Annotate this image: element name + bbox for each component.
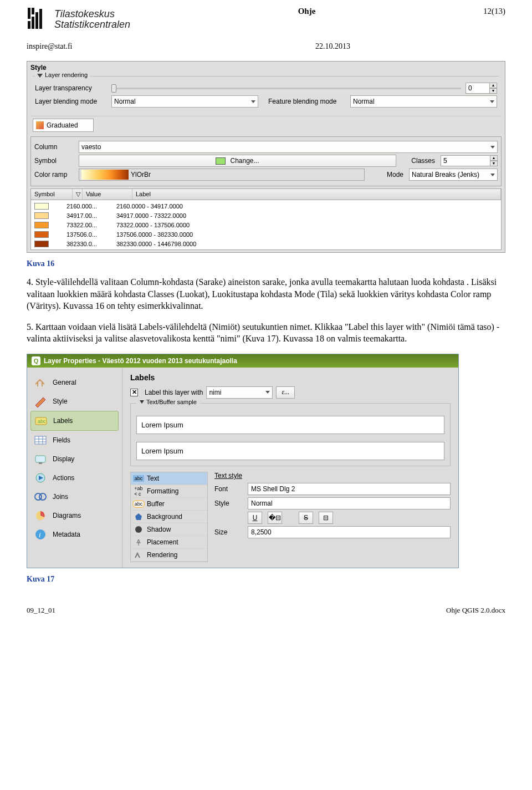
size-label: Size [214, 528, 242, 536]
feature-blend-combo[interactable]: Normal [350, 95, 497, 108]
general-icon [33, 376, 48, 389]
style-input[interactable]: Normal [248, 497, 451, 509]
ramp-label: Color ramp [34, 171, 73, 179]
classes-label: Classes [402, 157, 435, 165]
sidebar-item-diagrams[interactable]: Diagrams [30, 506, 119, 525]
table-row[interactable]: 34917.00...34917.0000 - 73322.0000 [31, 211, 501, 220]
table-row[interactable]: 73322.00...73322.0000 - 137506.0000 [31, 220, 501, 230]
svg-text:i: i [39, 531, 41, 539]
column-label: Column [34, 143, 73, 151]
svg-point-18 [39, 493, 46, 500]
symbol-label: Symbol [34, 157, 73, 165]
svg-rect-3 [39, 9, 42, 29]
transparency-label: Layer transparency [35, 84, 107, 92]
sample-preview-2: Lorem Ipsum [136, 442, 444, 460]
font-label: Font [214, 485, 242, 493]
class-table-header: Symbol ▽ Value Label [30, 188, 502, 200]
mode-label: Mode [370, 171, 403, 179]
mode-combo[interactable]: Natural Breaks (Jenks) [409, 169, 498, 181]
collapse-icon[interactable] [140, 400, 144, 404]
qgis-icon: Q [32, 356, 40, 365]
classes-input[interactable]: 5 [441, 155, 490, 166]
transparency-slider[interactable] [111, 88, 461, 89]
size-input[interactable]: 8,2500 [248, 526, 451, 538]
svg-rect-14 [39, 462, 42, 464]
layer-rendering-label: Layer rendering [45, 72, 88, 78]
style-heading: Style [27, 62, 505, 74]
class-swatch-icon [34, 241, 49, 247]
statistics-logo-icon [27, 7, 50, 32]
rendering-icon [134, 551, 144, 559]
column-combo[interactable]: vaesto [79, 141, 498, 153]
class-table[interactable]: 2160.000...2160.0000 - 34917.000034917.0… [30, 200, 502, 250]
actions-icon [33, 471, 48, 485]
svg-rect-5 [32, 8, 34, 14]
sidebar-item-actions[interactable]: Actions [30, 468, 119, 487]
doc-filename: Ohje QGIS 2.0.docx [446, 606, 505, 615]
subtab-shadow[interactable]: Shadow [131, 523, 207, 536]
sidebar-item-fields[interactable]: Fields [30, 431, 119, 450]
class-swatch-icon [34, 203, 49, 210]
renderer-combo[interactable]: Graduated [33, 119, 94, 132]
sidebar-item-general[interactable]: General [30, 373, 119, 392]
table-row[interactable]: 137506.0...137506.0000 - 382330.0000 [31, 230, 501, 239]
subtab-buffer[interactable]: abcBuffer [131, 498, 207, 511]
table-row[interactable]: 382330.0...382330.0000 - 1446798.0000 [31, 239, 501, 248]
svg-rect-8 [35, 436, 46, 444]
strikeout-button[interactable]: S [299, 512, 313, 524]
subtab-formatting[interactable]: +ab< cFormatting [131, 485, 207, 498]
strikeout-override-button[interactable]: ⊟ [319, 512, 333, 524]
sidebar-item-display[interactable]: Display [30, 450, 119, 468]
subtab-rendering[interactable]: Rendering [131, 549, 207, 562]
label-subtabs: abcText+ab< cFormattingabcBufferBackgrou… [130, 472, 208, 562]
logo-line2: Statistikcentralen [54, 19, 130, 30]
label-field-combo[interactable]: nimi [206, 386, 273, 399]
collapse-icon[interactable] [37, 74, 43, 78]
font-input[interactable]: MS Shell Dlg 2 [248, 483, 451, 495]
table-row[interactable]: 2160.000...2160.0000 - 34917.0000 [31, 201, 501, 211]
transparency-spinner[interactable]: ▲▼ [489, 83, 497, 94]
sidebar-item-metadata[interactable]: iMetadata [30, 525, 119, 544]
paragraph-5: 5. Karttaan voidaan vielä lisätä Labels-… [27, 321, 505, 345]
sidebar-item-labels[interactable]: abcLabels [30, 411, 119, 431]
diagrams-icon [33, 509, 48, 522]
change-symbol-button[interactable]: Change... [79, 155, 396, 167]
buffer-icon: abc [134, 500, 144, 508]
svg-rect-0 [28, 21, 30, 29]
display-icon [33, 452, 48, 466]
labels-dialog-screenshot: Q Layer Properties - Väestö 2012 vuoden … [27, 354, 459, 568]
class-swatch-icon [34, 231, 49, 238]
sidebar-item-joins[interactable]: Joins [30, 487, 119, 506]
style-panel-screenshot: Style Layer rendering Layer transparency… [27, 61, 505, 253]
fields-icon [33, 434, 48, 447]
color-ramp-combo[interactable]: YlOrBr [79, 169, 365, 181]
sidebar-item-style[interactable]: Style [30, 392, 119, 411]
underline-override-button[interactable]: �⊟ [268, 512, 282, 524]
doc-date: 22.10.2013 [315, 42, 350, 51]
classes-spinner[interactable]: ▲▼ [490, 155, 498, 166]
doc-title: Ohje [298, 7, 316, 16]
ramp-gradient-icon [81, 170, 129, 180]
logo-line1: Tilastokeskus [54, 9, 130, 19]
sample-group-label: Text/Buffer sample [146, 399, 197, 405]
expression-button[interactable]: ε... [276, 386, 295, 399]
layer-blend-combo[interactable]: Normal [111, 95, 258, 108]
style-icon [33, 395, 48, 408]
svg-point-22 [135, 526, 142, 533]
subtab-background[interactable]: Background [131, 511, 207, 523]
underline-button[interactable]: U [248, 512, 262, 524]
graduated-icon [36, 121, 44, 129]
svg-text:abc: abc [38, 419, 46, 424]
subtab-text[interactable]: abcText [131, 472, 207, 485]
joins-icon [33, 490, 48, 503]
label-layer-checkbox[interactable]: ✕ [130, 389, 138, 396]
svg-rect-4 [28, 8, 30, 19]
transparency-value[interactable]: 0 [466, 83, 490, 94]
dialog-titlebar: Q Layer Properties - Väestö 2012 vuoden … [27, 354, 458, 368]
logo-block: Tilastokeskus Statistikcentralen [27, 7, 130, 32]
layer-blend-label: Layer blending mode [35, 98, 107, 105]
subtab-placement[interactable]: Placement [131, 536, 207, 549]
labels-heading: Labels [130, 373, 451, 382]
text-style-heading: Text style [214, 472, 451, 480]
label-layer-text: Label this layer with [145, 389, 203, 396]
